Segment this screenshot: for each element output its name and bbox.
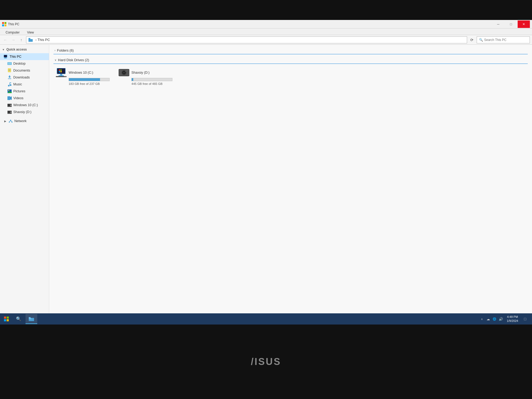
- svg-rect-42: [59, 69, 60, 71]
- clock-time: 4:48 PM: [507, 315, 518, 319]
- nav-pane: ▾ Quick access This PC: [0, 45, 49, 318]
- minimize-button[interactable]: ─: [492, 20, 504, 28]
- tray-onedrive-icon[interactable]: ☁: [485, 314, 491, 324]
- drives-section-header[interactable]: ∨ Hard Disk Drives (2): [53, 56, 528, 64]
- action-center-button[interactable]: □: [521, 314, 529, 324]
- svg-rect-5: [28, 38, 30, 39]
- svg-rect-46: [60, 74, 62, 75]
- refresh-button[interactable]: ⟳: [469, 37, 475, 43]
- svg-rect-7: [4, 55, 7, 57]
- taskbar-search-button[interactable]: 🔍: [13, 314, 24, 324]
- sidebar-item-desktop[interactable]: Desktop: [0, 60, 49, 67]
- ribbon-tab-bar: Computer View: [0, 28, 532, 35]
- svg-point-58: [119, 75, 120, 76]
- svg-marker-28: [10, 96, 12, 100]
- svg-point-54: [124, 72, 124, 73]
- drive-c-free: 183 GB free of 237 GB: [69, 82, 110, 85]
- documents-icon: [7, 68, 12, 73]
- nav-quick-access[interactable]: ▾ Quick access: [0, 46, 49, 53]
- search-box[interactable]: 🔍: [477, 36, 530, 43]
- title-bar: This PC ─ □ ✕: [0, 20, 532, 28]
- drive-d-free: 445 GB free of 465 GB: [131, 82, 172, 85]
- tray-volume-icon[interactable]: 🔊: [498, 314, 504, 324]
- start-button[interactable]: [1, 314, 12, 324]
- drive-d-icon: [7, 110, 12, 114]
- music-label: Music: [13, 82, 22, 86]
- sidebar-item-music[interactable]: Music: [0, 81, 49, 88]
- drive-d-name: Shaxsiy (D:): [131, 71, 149, 74]
- music-icon: [7, 82, 12, 86]
- drive-d-bar-fill: [132, 78, 133, 81]
- win-logo-yellow: [7, 319, 9, 321]
- search-input[interactable]: [484, 38, 527, 42]
- sidebar-item-shaxsiy-d[interactable]: Shaxsiy (D:): [0, 109, 49, 115]
- system-clock[interactable]: 4:48 PM 1/9/2024: [505, 315, 520, 323]
- svg-point-19: [8, 85, 10, 86]
- drive-tile-d[interactable]: Shaxsiy (D:) 445 GB free of 465 GB: [116, 66, 175, 88]
- sidebar-item-windows-c[interactable]: Windows 10 (C:): [0, 102, 49, 109]
- ribbon: Computer View: [0, 28, 532, 35]
- quick-access-label: Quick access: [6, 48, 27, 51]
- drive-c-header: Windows 10 (C:): [56, 68, 110, 77]
- sidebar-item-this-pc[interactable]: This PC: [0, 53, 49, 60]
- network-label: Network: [14, 119, 27, 123]
- drive-tile-c[interactable]: Windows 10 (C:) 183 GB free of 237 GB: [53, 66, 112, 88]
- action-center-icon: □: [524, 317, 526, 321]
- this-pc-label: This PC: [10, 55, 21, 59]
- svg-rect-8: [5, 57, 6, 58]
- drive-c-bar: [69, 78, 110, 81]
- svg-line-39: [11, 121, 12, 122]
- svg-point-33: [10, 112, 11, 113]
- sidebar-item-downloads[interactable]: Downloads: [0, 74, 49, 81]
- up-button[interactable]: ↑: [18, 37, 24, 43]
- tray-network-icon[interactable]: 🌐: [492, 314, 497, 324]
- svg-rect-0: [2, 22, 4, 24]
- taskbar-explorer-button[interactable]: [26, 314, 37, 324]
- file-explorer-icon: [29, 316, 34, 321]
- window-icon: [2, 22, 6, 26]
- folders-section-header[interactable]: › Folders (6): [53, 47, 528, 54]
- drive-c-icon: [7, 103, 12, 107]
- svg-rect-9: [4, 58, 7, 59]
- close-button[interactable]: ✕: [518, 20, 530, 28]
- sidebar-item-documents[interactable]: Documents: [0, 67, 49, 74]
- back-button[interactable]: ←: [2, 37, 9, 43]
- main-content: ▾ Quick access This PC: [0, 45, 532, 318]
- maximize-button[interactable]: □: [505, 20, 517, 28]
- clock-date: 1/9/2024: [507, 319, 518, 323]
- svg-rect-11: [8, 63, 11, 65]
- asus-logo: /ISUS: [251, 356, 281, 367]
- sidebar-item-pictures[interactable]: Pictures: [0, 88, 49, 95]
- tray-chevron[interactable]: ∧: [479, 314, 484, 324]
- videos-label: Videos: [13, 96, 23, 100]
- folders-section-label: Folders (6): [57, 48, 74, 52]
- desktop-label: Desktop: [13, 62, 26, 65]
- drive-c-bar-fill: [69, 78, 100, 81]
- window-controls: ─ □ ✕: [492, 20, 530, 28]
- drive-d-large-icon: [119, 68, 129, 77]
- path-this-pc: This PC: [38, 38, 50, 42]
- svg-rect-1: [5, 22, 6, 24]
- svg-rect-22: [10, 82, 11, 83]
- sidebar-item-videos[interactable]: Videos: [0, 95, 49, 102]
- forward-button[interactable]: →: [10, 37, 16, 43]
- tab-computer[interactable]: Computer: [2, 30, 23, 35]
- taskbar: 🔍 ∧ ☁ 🌐 🔊 4:48 PM 1/9/2024 □: [0, 313, 532, 325]
- drive-c-name: Windows 10 (C:): [69, 71, 93, 74]
- tab-view[interactable]: View: [24, 30, 38, 35]
- folders-expand-icon: ›: [55, 49, 55, 52]
- drive-c-large-icon: [56, 68, 66, 77]
- svg-line-38: [9, 121, 11, 122]
- svg-rect-4: [28, 39, 33, 42]
- svg-rect-3: [5, 24, 6, 26]
- svg-point-37: [11, 122, 13, 123]
- address-path[interactable]: › This PC: [26, 36, 467, 43]
- windows-logo-icon: [4, 317, 9, 321]
- sidebar-item-network[interactable]: ▶ Network: [0, 118, 49, 124]
- drive-c-label: Windows 10 (C:): [13, 103, 38, 107]
- downloads-icon: [7, 75, 12, 80]
- svg-marker-17: [8, 76, 11, 78]
- system-tray: ∧ ☁ 🌐 🔊 4:48 PM 1/9/2024 □: [479, 314, 531, 324]
- svg-rect-43: [60, 69, 62, 71]
- drive-d-header: Shaxsiy (D:): [119, 68, 172, 77]
